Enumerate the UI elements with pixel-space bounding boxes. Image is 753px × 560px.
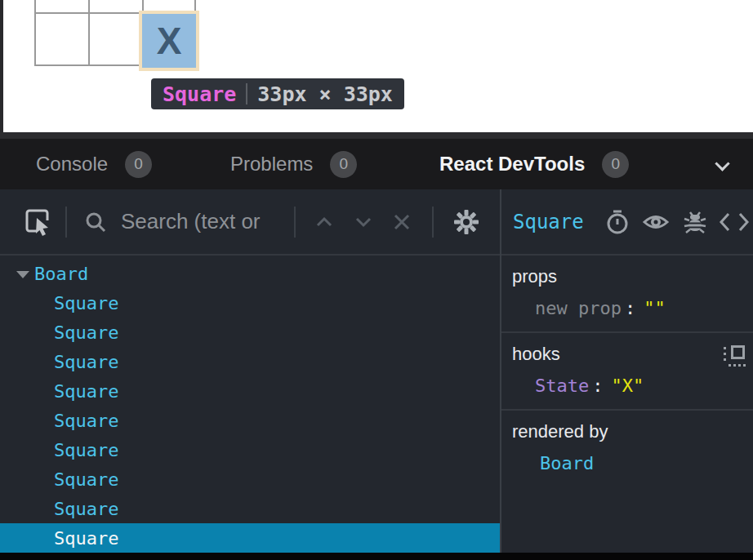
tab-console[interactable]: Console 0	[36, 139, 152, 189]
inspect-dom-button[interactable]	[642, 189, 670, 254]
new-prop-name-input[interactable]: new prop	[535, 298, 622, 318]
toolbar-divider	[65, 207, 67, 238]
tab-problems-label: Problems	[230, 153, 313, 176]
tab-console-label: Console	[36, 153, 108, 176]
tooltip-component-name: Square	[163, 82, 236, 106]
search-icon	[83, 189, 108, 254]
profiler-button[interactable]	[605, 189, 630, 254]
tab-react-devtools-badge: 0	[602, 151, 629, 178]
new-prop-row[interactable]: new prop : ""	[512, 298, 753, 318]
tree-item-label: Square	[54, 440, 118, 460]
inspect-element-icon	[23, 207, 54, 238]
gear-icon	[452, 207, 481, 237]
browser-page-content: X Square 33px × 33px	[0, 0, 753, 132]
code-brackets-icon	[719, 211, 750, 233]
inspect-tooltip: Square 33px × 33px	[151, 78, 404, 109]
clear-search-button[interactable]	[390, 189, 413, 254]
debug-button[interactable]	[683, 189, 707, 254]
chevron-up-icon	[314, 211, 335, 233]
tree-item-square[interactable]: Square	[0, 464, 500, 494]
board-square[interactable]	[88, 0, 142, 12]
search-placeholder-text: Search (text or	[121, 209, 261, 234]
component-tree: Board SquareSquareSquareSquareSquareSqua…	[0, 256, 500, 553]
eye-icon	[642, 210, 670, 234]
tree-item-board[interactable]: Board	[0, 259, 500, 288]
window-bottom-edge	[0, 553, 753, 560]
search-input[interactable]: Search (text or	[121, 189, 261, 254]
tree-item-label: Square	[54, 322, 118, 343]
tree-item-square[interactable]: Square	[0, 523, 500, 553]
drawer-top-strip	[0, 132, 753, 139]
component-tree-children: SquareSquareSquareSquareSquareSquareSqua…	[0, 288, 500, 553]
next-match-button[interactable]	[353, 189, 374, 254]
prop-separator: :	[622, 298, 644, 318]
tree-item-square[interactable]: Square	[0, 347, 500, 376]
inspect-highlight-overlay: X	[139, 11, 199, 71]
toolbar-divider	[432, 207, 434, 238]
devtools-window: X Square 33px × 33px Console 0 Problems …	[0, 0, 753, 560]
stopwatch-icon	[605, 209, 630, 235]
square-value: X	[157, 19, 182, 63]
props-title: props	[512, 266, 753, 287]
tree-item-square[interactable]: Square	[0, 288, 500, 318]
hook-name: State	[535, 376, 589, 396]
tree-item-label: Square	[54, 411, 118, 431]
component-inspector-panel: props new prop : "" hooks State :	[501, 256, 753, 553]
parse-hook-names-icon[interactable]	[724, 345, 745, 367]
tree-item-square[interactable]: Square	[0, 494, 500, 523]
bug-icon	[683, 209, 707, 235]
selected-component-title: Square	[513, 189, 584, 254]
tree-item-square[interactable]: Square	[0, 435, 500, 464]
tree-item-square[interactable]: Square	[0, 406, 500, 435]
tab-console-badge: 0	[125, 151, 152, 178]
tab-problems-badge: 0	[330, 151, 357, 178]
rendered-by-owner-link[interactable]: Board	[540, 453, 594, 473]
tab-react-devtools[interactable]: React DevTools 0	[439, 139, 629, 189]
state-hook-row[interactable]: State : "X"	[512, 376, 753, 396]
hook-value[interactable]: "X"	[611, 376, 644, 396]
chevron-down-small-icon	[353, 211, 374, 233]
tree-item-label: Square	[54, 469, 118, 490]
previous-match-button[interactable]	[314, 189, 335, 254]
window-left-edge	[0, 0, 3, 132]
tree-item-label: Square	[54, 381, 118, 402]
rendered-by-title: rendered by	[512, 421, 753, 442]
rendered-by-row: Board	[512, 453, 753, 473]
board-square[interactable]	[88, 12, 142, 66]
tree-item-label: Square	[54, 352, 118, 372]
new-prop-value-input[interactable]: ""	[644, 298, 666, 318]
tree-item-label: Square	[54, 528, 118, 549]
toolbar-divider	[294, 207, 296, 238]
close-icon	[390, 211, 413, 233]
tree-item-square[interactable]: Square	[0, 318, 500, 347]
expand-arrow-icon[interactable]	[16, 271, 29, 278]
selected-component-name: Square	[513, 211, 584, 233]
tooltip-separator	[246, 83, 247, 104]
board-square[interactable]	[34, 12, 88, 66]
tooltip-dimensions: 33px × 33px	[257, 82, 393, 106]
props-section: props new prop : ""	[501, 256, 753, 333]
tree-item-square[interactable]: Square	[0, 376, 500, 406]
board-square[interactable]	[34, 0, 88, 12]
tab-react-devtools-label: React DevTools	[439, 153, 585, 176]
view-source-button[interactable]	[719, 189, 750, 254]
chevron-down-icon[interactable]	[715, 156, 729, 171]
tree-item-label: Square	[54, 293, 118, 313]
drawer-tab-bar: Console 0 Problems 0 React DevTools 0	[0, 139, 753, 189]
settings-button[interactable]	[452, 189, 481, 254]
hooks-section: hooks State : "X"	[501, 333, 753, 411]
hooks-title: hooks	[512, 344, 753, 365]
hook-separator: :	[589, 376, 611, 396]
inspect-element-button[interactable]	[23, 189, 54, 254]
tree-item-label: Board	[34, 264, 88, 284]
tab-problems[interactable]: Problems 0	[230, 139, 357, 189]
rendered-by-section: rendered by Board	[501, 411, 753, 487]
highlighted-square[interactable]: X	[142, 14, 196, 68]
react-devtools-toolbar: Search (text or	[0, 189, 753, 256]
tree-item-label: Square	[54, 499, 118, 519]
